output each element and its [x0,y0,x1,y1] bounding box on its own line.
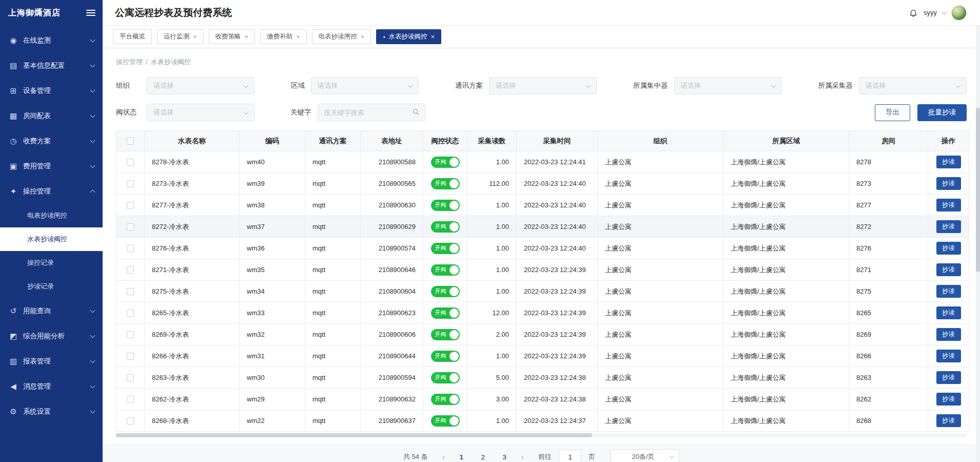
page-number-1[interactable]: 1 [454,450,468,462]
sidebar-item-energy-analysis[interactable]: ◩ 综合用能分析 [0,323,103,349]
valve-state-select[interactable]: 请选择 [147,104,254,121]
export-button[interactable]: 导出 [875,104,910,121]
next-page-button[interactable]: › [519,453,526,461]
row-checkbox[interactable] [127,396,134,403]
valve-toggle[interactable]: 开阀 [431,286,460,297]
bell-icon[interactable] [909,8,918,17]
row-checkbox[interactable] [127,331,134,338]
row-checkbox[interactable] [127,223,134,230]
row-checkbox[interactable] [127,353,134,360]
valve-toggle[interactable]: 开阀 [431,307,460,319]
valve-toggle[interactable]: 开阀 [431,372,460,383]
read-meter-button[interactable]: 抄读 [936,328,961,341]
page-size-select[interactable]: 20条/页 [611,449,679,462]
read-meter-button[interactable]: 抄读 [936,199,961,211]
sidebar-item-device-mgmt[interactable]: ⊞ 设备管理 [0,78,103,103]
sidebar-item-online-monitor[interactable]: ◉ 在线监测 [0,28,103,53]
tab-water-read[interactable]: ● 水表抄读阀控 × [376,29,441,44]
sidebar-item-charge-plan[interactable]: ◷ 收费方案 [0,128,103,153]
sidebar-item-system-settings[interactable]: ⚙ 系统设置 [0,399,103,424]
sidebar-item-control-mgmt[interactable]: ✦ 操控管理 [0,179,103,204]
read-meter-button[interactable]: 抄读 [936,393,961,406]
close-icon[interactable]: × [245,33,249,40]
valve-toggle[interactable]: 开阀 [431,178,460,189]
valve-toggle[interactable]: 开阀 [431,243,460,254]
chevron-down-icon[interactable] [942,10,946,14]
reading-cell: 1.00 [467,281,517,302]
batch-read-button[interactable]: 批量抄读 [917,104,967,121]
read-meter-button[interactable]: 抄读 [936,371,961,384]
page-number-2[interactable]: 2 [476,450,490,462]
tab-electric-read[interactable]: 电表抄读闸控 × [312,29,371,44]
read-meter-button[interactable]: 抄读 [936,242,961,255]
org-cell: 上虞公寓 [598,151,723,173]
sidebar-subitem-electric-read[interactable]: 电表抄读闸控 [0,204,103,227]
valve-toggle[interactable]: 开阀 [431,394,460,405]
read-meter-button[interactable]: 抄读 [936,350,961,362]
area-select[interactable]: 请选择 [311,77,419,94]
prev-page-button[interactable]: ‹ [440,453,447,461]
keyword-input[interactable] [324,109,412,117]
sidebar-item-fee-mgmt[interactable]: ▣ 费用管理 [0,153,103,179]
goto-page-input[interactable] [559,450,581,462]
row-checkbox[interactable] [127,288,134,295]
valve-toggle[interactable]: 开阀 [431,200,460,211]
main-area: 公寓远程抄表及预付费系统 syyy 平台概览 运行监测 × [103,0,980,462]
valve-toggle[interactable]: 开阀 [431,157,460,168]
sidebar-item-energy-query[interactable]: ↺ 用能查询 [0,298,103,323]
tab-charge-policy[interactable]: 收费策略 × [209,29,256,44]
row-checkbox[interactable] [127,202,134,209]
row-checkbox[interactable] [127,310,134,317]
read-meter-button[interactable]: 抄读 [936,156,961,168]
username[interactable]: syyy [924,9,937,16]
sidebar-item-room-meter[interactable]: ▦ 房间配表 [0,103,103,128]
read-meter-button[interactable]: 抄读 [936,306,961,319]
read-meter-button[interactable]: 抄读 [936,177,961,190]
tab-label: 平台概览 [120,32,145,41]
sidebar-item-report-mgmt[interactable]: ▥ 报表管理 [0,349,103,374]
read-meter-button[interactable]: 抄读 [936,263,961,276]
row-checkbox[interactable] [127,374,134,381]
tab-run-monitor[interactable]: 运行监测 × [157,29,204,44]
sidebar-item-message-mgmt[interactable]: ◀ 消息管理 [0,374,103,399]
valve-cell: 开阀 [423,216,467,238]
vertical-scrollbar-thumb[interactable] [976,108,980,272]
valve-toggle[interactable]: 开阀 [431,415,460,427]
sidebar-subitem-control-records[interactable]: 操控记录 [0,251,103,275]
row-checkbox[interactable] [127,417,134,425]
row-checkbox[interactable] [127,159,134,166]
row-checkbox[interactable] [127,180,134,187]
sidebar-item-basic-config[interactable]: ▤ 基本信息配置 [0,53,103,78]
tab-payment-subsidy[interactable]: 缴费补助 × [260,29,307,44]
sidebar-subitem-water-read[interactable]: 水表抄读阀控 [0,227,103,251]
valve-toggle[interactable]: 开阀 [431,221,460,233]
protocol-select[interactable]: 请选择 [489,77,597,94]
page-number-3[interactable]: 3 [497,450,512,462]
close-icon[interactable]: × [431,33,435,40]
horizontal-scrollbar-thumb[interactable] [116,433,592,437]
select-all-checkbox[interactable] [127,138,134,145]
close-icon[interactable]: × [361,33,365,40]
org-select[interactable]: 请选择 [147,77,254,94]
concentrator-select[interactable]: 请选择 [674,77,782,94]
collector-select[interactable]: 请选择 [859,77,967,94]
row-checkbox[interactable] [127,266,134,274]
avatar[interactable] [951,5,967,21]
hamburger-icon[interactable] [86,10,95,16]
sidebar-subitem-read-records[interactable]: 抄读记录 [0,275,103,298]
valve-toggle[interactable]: 开阀 [431,264,460,276]
region-cell: 上海御燍/上虞公寓 [723,302,849,324]
total-count: 共 54 条 [403,452,428,461]
read-meter-button[interactable]: 抄读 [936,220,961,233]
table-row: 8278-冷水表 wm40 mqtt 2108900588 开阀 1.00 20… [116,151,969,173]
tab-platform-overview[interactable]: 平台概览 [113,29,152,44]
valve-toggle[interactable]: 开阀 [431,329,460,340]
read-meter-button[interactable]: 抄读 [936,285,961,298]
close-icon[interactable]: × [296,33,300,40]
close-icon[interactable]: × [193,33,197,40]
valve-toggle[interactable]: 开阀 [431,351,460,362]
read-meter-button[interactable]: 抄读 [936,414,961,427]
chevron-down-icon [90,333,95,338]
row-checkbox[interactable] [127,245,134,252]
search-icon[interactable] [412,108,420,118]
